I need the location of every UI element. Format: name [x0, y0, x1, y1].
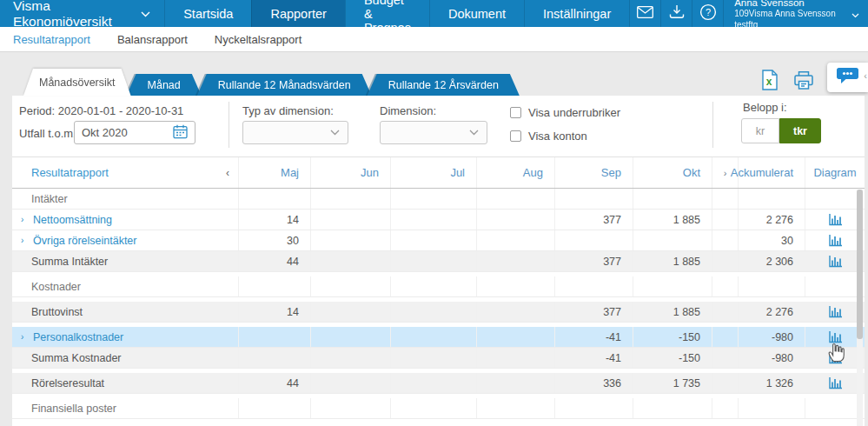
- col-header-sep[interactable]: Sep: [554, 157, 633, 188]
- tab-rullande-12-arsvarden[interactable]: Rullande 12 Årsvärden: [368, 74, 520, 96]
- col-header-aug[interactable]: Aug: [476, 157, 554, 188]
- value-cell-maj: [238, 276, 310, 296]
- filter-divider: [229, 102, 229, 148]
- dimension-select[interactable]: [380, 121, 487, 144]
- spacer-cell: [712, 373, 738, 393]
- value-cell-ackumulerat: -980: [738, 348, 805, 368]
- svg-text:?: ?: [706, 7, 711, 17]
- bar-chart-icon[interactable]: [828, 376, 843, 389]
- expand-row-chevron[interactable]: ›: [21, 236, 33, 245]
- value-cell-ackumulerat: 1 326: [738, 373, 805, 393]
- value-cell-aug: [476, 210, 554, 230]
- subnav-item-nyckeltalsrapport[interactable]: Nyckeltalsrapport: [215, 33, 301, 46]
- collapse-columns-chevron[interactable]: ‹: [226, 167, 229, 179]
- row-label: Kostnader: [31, 281, 81, 293]
- expand-row-chevron[interactable]: ›: [21, 215, 33, 224]
- value-cell-jul: [390, 210, 476, 230]
- row-label-cell[interactable]: ›Övriga rörelseintäkter: [12, 230, 238, 250]
- value-cell-ackumulerat: 2 276: [738, 210, 805, 230]
- value-cell-maj: 14: [238, 302, 310, 322]
- value-cell-maj: [238, 348, 310, 368]
- tab-rullande-12-manadsvarden[interactable]: Rullande 12 Månadsvärden: [197, 74, 372, 96]
- col-header-diagram: Diagram: [805, 157, 865, 188]
- col-header-okt[interactable]: Okt: [633, 157, 712, 188]
- bar-chart-icon[interactable]: [828, 305, 843, 318]
- row-label-cell[interactable]: ›Personalkostnader: [12, 327, 238, 347]
- belopp-kr-button[interactable]: kr: [741, 118, 779, 143]
- tab-manadsoversikt[interactable]: Månadsöversikt: [23, 69, 131, 96]
- export-excel-button[interactable]: x: [761, 70, 779, 94]
- bar-chart-icon[interactable]: [828, 351, 843, 364]
- row-label-cell: Summa Intäkter: [12, 251, 238, 271]
- row-label: Rörelseresultat: [31, 377, 104, 389]
- nav-item-rapporter[interactable]: Rapporter: [251, 0, 344, 27]
- filter-divider: [712, 102, 713, 148]
- value-cell-aug: [476, 189, 554, 209]
- subnav-item-resultatrapport[interactable]: Resultatrapport: [13, 33, 90, 46]
- value-cell-jun: [310, 210, 390, 230]
- col-header-jun[interactable]: Jun: [310, 157, 390, 188]
- row-label-cell: Finansiella poster: [12, 398, 238, 418]
- row-label-cell[interactable]: ›Nettoomsättning: [12, 210, 238, 230]
- subnav-item-balansrapport[interactable]: Balansrapport: [117, 33, 188, 46]
- value-cell-jul: [390, 302, 476, 322]
- spacer-cell: [712, 210, 738, 230]
- col-header-ackumulerat[interactable]: Ackumulerat: [738, 157, 805, 188]
- bar-chart-icon[interactable]: [828, 255, 843, 268]
- nav-item-budget-prognos[interactable]: Budget & Prognos: [345, 0, 429, 27]
- expand-row-chevron[interactable]: ›: [21, 332, 33, 342]
- messages-button[interactable]: [629, 0, 660, 27]
- utfall-date-input[interactable]: [82, 126, 173, 139]
- checkbox-icon[interactable]: [510, 107, 521, 118]
- nav-item-installningar[interactable]: Inställningar: [524, 0, 629, 27]
- vertical-scrollbar[interactable]: [857, 190, 863, 426]
- col-header-jul[interactable]: Jul: [390, 157, 476, 188]
- value-cell-jun: [310, 348, 390, 368]
- scrollbar-thumb[interactable]: [857, 190, 863, 339]
- brand-menu[interactable]: Visma Ekonomiöversikt: [0, 0, 164, 27]
- visa-underrubriker-checkbox-row[interactable]: Visa underrubriker: [510, 106, 620, 119]
- col-header-maj[interactable]: Maj: [238, 157, 310, 188]
- utfall-date-field[interactable]: [74, 121, 195, 144]
- tab-manad[interactable]: Månad: [127, 74, 202, 96]
- belopp-tkr-button[interactable]: tkr: [779, 118, 821, 143]
- value-cell-okt: 1 885: [633, 210, 712, 230]
- visa-konton-checkbox-row[interactable]: Visa konton: [510, 130, 587, 143]
- value-cell-okt: 1 885: [633, 302, 712, 322]
- value-cell-aug: [476, 302, 554, 322]
- tab-face: Rullande 12 Årsvärden: [368, 74, 520, 96]
- row-label: Bruttovinst: [31, 306, 83, 318]
- value-cell-sep: [554, 276, 633, 296]
- print-button[interactable]: [793, 70, 814, 94]
- belopp-toggle: kr tkr: [741, 118, 821, 143]
- bar-chart-icon[interactable]: [828, 330, 843, 343]
- diagram-cell: [805, 373, 865, 393]
- topnav-items: StartsidaRapporterBudget & PrognosDokume…: [164, 0, 629, 27]
- value-cell-ackumulerat: [738, 398, 805, 418]
- value-cell-jul: [390, 373, 476, 393]
- user-menu[interactable]: Anna Svensson 109Visma Anna Svensson tes…: [723, 0, 868, 27]
- bar-chart-icon[interactable]: [828, 234, 843, 247]
- nav-item-startsida[interactable]: Startsida: [164, 0, 251, 27]
- topnav-right: ? Anna Svensson 109Visma Anna Svensson t…: [629, 0, 868, 27]
- nav-item-dokument[interactable]: Dokument: [429, 0, 524, 27]
- dimension-type-label: Typ av dimension:: [242, 104, 334, 117]
- help-button[interactable]: ?: [692, 0, 723, 27]
- download-button[interactable]: [660, 0, 692, 27]
- svg-text:x: x: [766, 76, 772, 88]
- spacer-cell: [712, 398, 738, 418]
- feedback-chat-button[interactable]: ‹: [827, 63, 868, 92]
- bar-chart-icon[interactable]: [828, 213, 843, 226]
- value-cell-maj: [238, 398, 310, 418]
- diagram-cell: [805, 210, 865, 230]
- table-row-bruttovinst: Bruttovinst143771 8852 276: [12, 302, 865, 323]
- visa-underrubriker-label: Visa underrubriker: [528, 106, 620, 119]
- value-cell-jun: [310, 276, 390, 296]
- spacer-cell: [712, 327, 738, 347]
- checkbox-icon[interactable]: [510, 130, 521, 142]
- calendar-icon[interactable]: [173, 124, 188, 142]
- row-label: Nettoomsättning: [33, 214, 112, 226]
- table-row-ovriga-rorelseintakter: ›Övriga rörelseintäkter3030: [12, 230, 865, 251]
- filter-bar: Period: 2020-01-01 - 2020-10-31 Utfall t…: [12, 96, 865, 156]
- dimension-type-select[interactable]: [242, 121, 348, 144]
